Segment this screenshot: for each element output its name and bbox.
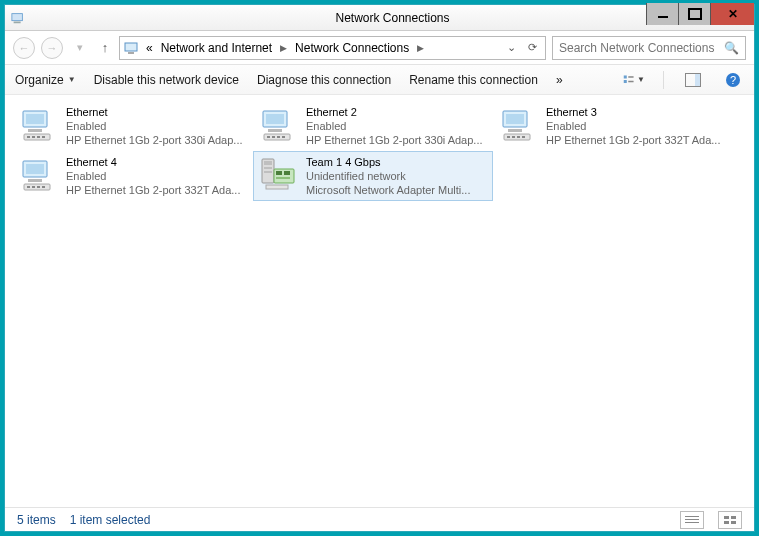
svg-rect-29 [506,114,524,124]
svg-rect-41 [32,186,35,188]
svg-rect-21 [266,114,284,124]
svg-rect-22 [268,129,282,132]
svg-rect-19 [42,136,45,138]
breadcrumb-part[interactable]: Network Connections [293,41,411,55]
status-bar: 5 items 1 item selected [5,507,754,531]
breadcrumb-sep-icon: ▶ [415,43,426,53]
svg-rect-59 [731,521,736,524]
diagnose-connection-button[interactable]: Diagnose this connection [257,73,391,87]
item-status: Enabled [306,119,483,133]
help-button[interactable]: ? [722,69,744,91]
close-button[interactable] [710,3,754,25]
svg-rect-4 [624,75,627,78]
svg-rect-9 [695,74,700,86]
breadcrumb-part[interactable]: Network and Internet [159,41,274,55]
window: Network Connections ← → ▾ ↑ « Network an… [4,4,755,532]
svg-rect-30 [508,129,522,132]
address-dropdown-icon[interactable]: ⌄ [503,41,520,54]
item-name: Ethernet 4 [66,155,240,169]
team-adapter-icon [258,155,298,195]
breadcrumb-prefix: « [144,41,155,55]
item-name: Team 1 4 Gbps [306,155,470,169]
address-bar[interactable]: « Network and Internet ▶ Network Connect… [119,36,546,60]
search-icon[interactable]: 🔍 [724,41,739,55]
network-adapter-icon [18,155,58,195]
svg-rect-35 [522,136,525,138]
organize-menu[interactable]: Organize ▼ [15,73,76,87]
svg-rect-38 [28,179,42,182]
svg-rect-46 [264,167,272,169]
titlebar: Network Connections [5,5,754,31]
svg-rect-7 [628,80,633,82]
command-bar: Organize ▼ Disable this network device D… [5,65,754,95]
details-view-button[interactable] [680,511,704,529]
selection-count: 1 item selected [70,513,151,527]
svg-rect-0 [12,13,23,20]
svg-rect-53 [685,516,699,517]
svg-rect-26 [277,136,280,138]
view-options-button[interactable]: ▼ [623,69,645,91]
svg-rect-34 [517,136,520,138]
network-adapter-icon [498,105,538,145]
svg-rect-17 [32,136,35,138]
maximize-button[interactable] [678,3,710,25]
forward-button[interactable]: → [41,37,63,59]
svg-rect-58 [724,521,729,524]
item-desc: Microsoft Network Adapter Multi... [306,183,470,197]
connection-item[interactable]: EthernetEnabledHP Ethernet 1Gb 2-port 33… [13,101,253,151]
svg-rect-47 [264,171,272,173]
preview-pane-button[interactable] [682,69,704,91]
refresh-button[interactable]: ⟳ [524,41,541,54]
connection-item[interactable]: Ethernet 4EnabledHP Ethernet 1Gb 2-port … [13,151,253,201]
svg-rect-42 [37,186,40,188]
breadcrumb-sep-icon: ▶ [278,43,289,53]
item-name: Ethernet 2 [306,105,483,119]
svg-rect-3 [128,52,134,54]
svg-rect-14 [28,129,42,132]
search-input[interactable] [559,41,724,55]
large-icons-view-button[interactable] [718,511,742,529]
svg-rect-52 [266,185,288,189]
item-desc: HP Ethernet 1Gb 2-port 330i Adap... [66,133,243,147]
item-status: Enabled [546,119,720,133]
svg-rect-27 [282,136,285,138]
svg-rect-55 [685,522,699,523]
network-adapter-icon [258,105,298,145]
svg-rect-57 [731,516,736,519]
svg-rect-16 [27,136,30,138]
item-text: Team 1 4 GbpsUnidentified networkMicroso… [306,155,470,197]
items-pane[interactable]: EthernetEnabledHP Ethernet 1Gb 2-port 33… [5,95,754,507]
svg-rect-51 [276,177,290,179]
minimize-button[interactable] [646,3,678,25]
svg-rect-1 [14,21,21,23]
connection-item[interactable]: Ethernet 3EnabledHP Ethernet 1Gb 2-port … [493,101,733,151]
item-name: Ethernet [66,105,243,119]
toolbar-divider [663,71,664,89]
back-button[interactable]: ← [13,37,35,59]
more-commands-button[interactable]: » [556,73,563,87]
up-button[interactable]: ↑ [97,40,113,55]
svg-rect-33 [512,136,515,138]
recent-locations-button[interactable]: ▾ [69,37,91,59]
svg-rect-49 [276,171,282,175]
item-text: Ethernet 4EnabledHP Ethernet 1Gb 2-port … [66,155,240,197]
connection-item[interactable]: Ethernet 2EnabledHP Ethernet 1Gb 2-port … [253,101,493,151]
svg-rect-54 [685,519,699,520]
svg-rect-2 [125,43,137,51]
item-desc: HP Ethernet 1Gb 2-port 332T Ada... [546,133,720,147]
rename-connection-button[interactable]: Rename this connection [409,73,538,87]
search-box[interactable]: 🔍 [552,36,746,60]
svg-rect-45 [264,161,272,165]
network-adapter-icon [18,105,58,145]
item-desc: HP Ethernet 1Gb 2-port 332T Ada... [66,183,240,197]
svg-rect-56 [724,516,729,519]
item-desc: HP Ethernet 1Gb 2-port 330i Adap... [306,133,483,147]
disable-device-button[interactable]: Disable this network device [94,73,239,87]
connection-item[interactable]: Team 1 4 GbpsUnidentified networkMicroso… [253,151,493,201]
item-text: EthernetEnabledHP Ethernet 1Gb 2-port 33… [66,105,243,147]
svg-rect-5 [624,80,627,83]
svg-rect-32 [507,136,510,138]
nav-row: ← → ▾ ↑ « Network and Internet ▶ Network… [5,31,754,65]
svg-rect-40 [27,186,30,188]
item-text: Ethernet 2EnabledHP Ethernet 1Gb 2-port … [306,105,483,147]
